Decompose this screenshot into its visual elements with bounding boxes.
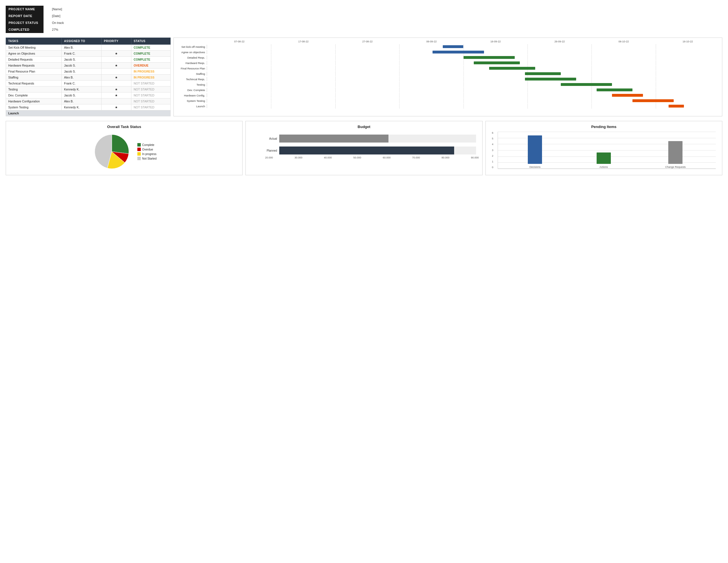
- gantt-row-label: Set kick-off meeting: [176, 45, 207, 48]
- gantt-bar: [525, 72, 561, 75]
- gantt-vline: [399, 98, 400, 103]
- gantt-vline: [399, 49, 400, 55]
- task-assigned: Jacob S.: [62, 57, 102, 63]
- budget-bar: [279, 134, 388, 142]
- budget-bar-wrap: [279, 146, 476, 154]
- task-priority: ★: [102, 86, 131, 92]
- pending-y-label: 5: [492, 137, 498, 140]
- gantt-vline: [656, 82, 656, 87]
- table-row: System Testing Kennedy K. ★ NOT STARTED: [6, 104, 171, 110]
- task-assigned: Frank C.: [62, 51, 102, 57]
- launch-label: Launch: [6, 110, 171, 116]
- gantt-bar: [597, 88, 632, 91]
- table-row: Testing Kennedy K. ★ NOT STARTED: [6, 86, 171, 92]
- gantt-vline: [335, 103, 336, 109]
- gantt-vline: [656, 87, 656, 92]
- gantt-vline: [591, 76, 592, 82]
- task-priority: [102, 69, 131, 74]
- pending-bar-group: Change Requests: [665, 141, 686, 168]
- pending-bar-label: Actions: [599, 165, 608, 168]
- pending-bar: [597, 152, 611, 164]
- gantt-row-label: Final Resource Plan: [176, 67, 207, 70]
- project-name-value: [Name]: [44, 6, 68, 13]
- task-name: Hardware Configuration: [6, 98, 62, 104]
- pie-svg: [92, 132, 132, 171]
- task-name: Final Resource Plan: [6, 69, 62, 74]
- budget-chart: Actual Planned: [249, 132, 479, 154]
- legend-label: In progress: [142, 152, 156, 156]
- budget-x-label: 50.000: [353, 156, 361, 159]
- task-name: Hardware Requests: [6, 63, 62, 69]
- gantt-bar: [525, 78, 576, 80]
- gantt-vline: [656, 71, 656, 76]
- legend-color: [137, 157, 141, 160]
- gantt-section: 07-08-2217-08-2227-08-2206-09-2216-09-22…: [173, 38, 722, 116]
- launch-row: Launch: [6, 110, 171, 116]
- task-status: NOT STARTED: [131, 80, 170, 86]
- pending-y-label: 3: [492, 149, 498, 152]
- task-priority: ★: [102, 92, 131, 98]
- pending-y-label: 6: [492, 132, 498, 134]
- col-priority: PRIORITY: [102, 38, 131, 45]
- gantt-vline: [399, 93, 400, 98]
- task-assigned: Alex B.: [62, 74, 102, 80]
- task-assigned: Alex B.: [62, 45, 102, 51]
- gantt-bar-area: [207, 45, 720, 49]
- table-row: Staffing Alex B. ★ IN PROGRESS: [6, 74, 171, 80]
- gantt-vline: [271, 49, 271, 55]
- gantt-row: Techincal Reqs.: [176, 76, 720, 82]
- table-row: Technical Requests Frank C. NOT STARTED: [6, 80, 171, 86]
- gantt-row: Staffing: [176, 71, 720, 76]
- gantt-bar-area: [207, 104, 720, 108]
- gantt-vline: [591, 98, 592, 103]
- legend-label: Overdue: [142, 148, 153, 151]
- pending-bar-label: Change Requests: [665, 165, 686, 168]
- pending-y-label: 1: [492, 160, 498, 163]
- task-status: IN PROGRESS: [131, 69, 170, 74]
- task-assigned: Frank C.: [62, 80, 102, 86]
- gantt-vline: [335, 82, 336, 87]
- legend-color: [137, 143, 141, 146]
- gantt-vline: [335, 93, 336, 98]
- pie-legend: Complete Overdue In progress Not Started: [137, 143, 157, 160]
- top-section: PROJECT NAME [Name] REPORT DATE [Date] P…: [6, 6, 722, 33]
- legend-color: [137, 148, 141, 151]
- task-assigned: Kennedy K.: [62, 86, 102, 92]
- pending-hline: [498, 169, 716, 169]
- gantt-vline: [335, 87, 336, 92]
- gantt-bar: [464, 56, 515, 59]
- budget-x-label: 90.000: [471, 156, 479, 159]
- gantt-row: Set kick-off meeting: [176, 44, 720, 49]
- budget-x-label: 30.000: [295, 156, 303, 159]
- gantt-vline: [656, 76, 656, 82]
- gantt-vline: [399, 71, 400, 76]
- gantt-row-label: Staffing: [176, 72, 207, 75]
- gantt-header: 07-08-2217-08-2227-08-2206-09-2216-09-22…: [176, 40, 720, 43]
- budget-x-axis: 20.00030.00040.00050.00060.00070.00080.0…: [249, 156, 479, 159]
- task-status: COMPLETE: [131, 51, 170, 57]
- budget-label: Planned: [263, 149, 277, 152]
- main-content: TASKS ASSIGNED TO PRIORITY STATUS Set Ki…: [6, 38, 722, 116]
- gantt-bar-area: [207, 72, 720, 76]
- gantt-vline: [335, 44, 336, 49]
- gantt-bar-area: [207, 55, 720, 59]
- gantt-vline: [399, 60, 400, 65]
- gantt-vline: [591, 49, 592, 55]
- gantt-bar-area: [207, 77, 720, 81]
- table-row: Final Resource Plan Jacob S. IN PROGRESS: [6, 69, 171, 74]
- pie-segment: [112, 134, 129, 154]
- gantt-vline: [656, 66, 656, 71]
- project-status-value: On track: [44, 19, 68, 26]
- gantt-row-label: Techincal Reqs.: [176, 78, 207, 81]
- gantt-vline: [271, 55, 271, 60]
- gantt-date: 26-09-22: [528, 40, 591, 43]
- gantt-bar-area: [207, 66, 720, 70]
- gantt-bar: [474, 61, 520, 64]
- gantt-row: Detailed Reqs.: [176, 55, 720, 60]
- budget-bar-wrap: [279, 134, 476, 142]
- pending-y-label: 2: [492, 155, 498, 157]
- task-priority: ★: [102, 63, 131, 69]
- gantt-date: 17-08-22: [271, 40, 335, 43]
- budget-x-label: 60.000: [383, 156, 391, 159]
- pending-bar-group: Actions: [597, 152, 611, 168]
